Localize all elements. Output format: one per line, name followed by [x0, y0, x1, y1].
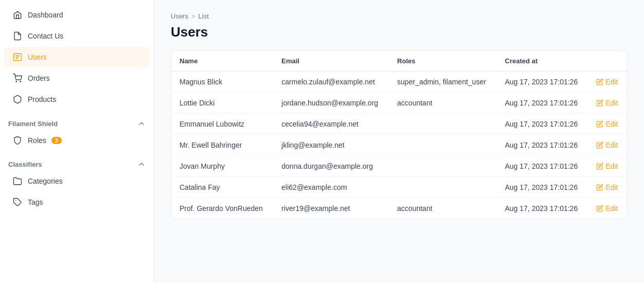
sidebar-item-label: Roles — [28, 136, 46, 145]
cell-roles: super_admin, filament_user — [389, 72, 496, 93]
table-row: Emmanuel Lubowitz cecelia94@example.net … — [171, 114, 627, 135]
edit-icon — [596, 120, 603, 128]
col-header-email: Email — [273, 51, 389, 72]
tag-icon — [12, 197, 23, 207]
cell-name: Lottie Dicki — [171, 93, 273, 114]
svg-point-1 — [16, 81, 17, 82]
edit-button[interactable]: Edit — [596, 162, 618, 170]
edit-button[interactable]: Edit — [596, 183, 618, 191]
cell-created-at: Aug 17, 2023 17:01:26 — [497, 135, 588, 156]
edit-button[interactable]: Edit — [596, 99, 618, 107]
edit-icon — [596, 99, 603, 107]
col-header-name: Name — [171, 51, 273, 72]
cell-roles — [389, 156, 496, 177]
col-header-action — [588, 51, 627, 72]
cell-action: Edit — [588, 156, 627, 177]
cell-name: Magnus Blick — [171, 72, 273, 93]
users-table-container: Name Email Roles Created at Magnus Blick… — [171, 50, 628, 219]
cell-created-at: Aug 17, 2023 17:01:26 — [497, 177, 588, 198]
edit-icon — [596, 78, 603, 85]
box-icon — [12, 94, 23, 104]
table-header-row: Name Email Roles Created at — [171, 51, 627, 72]
section-header-filament-shield[interactable]: Filament Shield — [0, 114, 154, 130]
cell-action: Edit — [588, 72, 627, 93]
table-row: Lottie Dicki jordane.hudson@example.org … — [171, 93, 627, 114]
col-header-roles: Roles — [389, 51, 496, 72]
sidebar-item-label: Orders — [28, 74, 50, 82]
users-table: Name Email Roles Created at Magnus Blick… — [171, 51, 627, 219]
home-icon — [12, 10, 23, 20]
edit-label: Edit — [605, 78, 618, 86]
sidebar-item-label: Categories — [28, 177, 63, 185]
sidebar-item-label: Users — [28, 53, 47, 61]
edit-button[interactable]: Edit — [596, 141, 618, 149]
cell-name: Mr. Ewell Bahringer — [171, 135, 273, 156]
sidebar-item-categories[interactable]: Categories — [4, 171, 150, 191]
breadcrumb-parent: Users — [171, 12, 188, 20]
cell-email: river19@example.net — [273, 198, 389, 219]
users-icon — [12, 52, 23, 62]
cell-action: Edit — [588, 177, 627, 198]
cell-roles: accountant — [389, 93, 496, 114]
breadcrumb-current: List — [199, 12, 209, 20]
svg-point-2 — [20, 81, 21, 82]
sidebar-item-roles[interactable]: Roles 3 — [4, 130, 150, 151]
cell-roles — [389, 135, 496, 156]
cell-roles: accountant — [389, 198, 496, 219]
cell-name: Jovan Murphy — [171, 156, 273, 177]
folder-icon — [12, 176, 23, 186]
cell-action: Edit — [588, 135, 627, 156]
cell-created-at: Aug 17, 2023 17:01:26 — [497, 156, 588, 177]
cell-created-at: Aug 17, 2023 17:01:26 — [497, 114, 588, 135]
section-header-classifiers[interactable]: Classifiers — [0, 155, 154, 170]
edit-label: Edit — [605, 141, 618, 149]
sidebar-item-label: Tags — [28, 198, 43, 206]
file-icon — [12, 31, 23, 41]
sidebar-item-tags[interactable]: Tags — [4, 192, 150, 213]
sidebar-item-users[interactable]: Users — [4, 47, 150, 67]
table-row: Catalina Fay eli62@example.com Aug 17, 2… — [171, 177, 627, 198]
cell-email: cecelia94@example.net — [273, 114, 389, 135]
cell-name: Emmanuel Lubowitz — [171, 114, 273, 135]
cell-email: jkling@example.net — [273, 135, 389, 156]
chevron-up-icon — [137, 160, 146, 168]
edit-label: Edit — [605, 120, 618, 128]
sidebar-item-products[interactable]: Products — [4, 89, 150, 110]
edit-button[interactable]: Edit — [596, 120, 618, 128]
cell-action: Edit — [588, 93, 627, 114]
cell-roles — [389, 114, 496, 135]
sidebar-item-label: Products — [28, 95, 56, 103]
sidebar-item-orders[interactable]: Orders — [4, 68, 150, 89]
edit-label: Edit — [605, 183, 618, 191]
sidebar-item-dashboard[interactable]: Dashboard — [4, 5, 150, 25]
cell-name: Catalina Fay — [171, 177, 273, 198]
sidebar-item-contact-us[interactable]: Contact Us — [4, 26, 150, 46]
table-row: Magnus Blick carmelo.zulauf@example.net … — [171, 72, 627, 93]
edit-button[interactable]: Edit — [596, 204, 618, 213]
cell-email: carmelo.zulauf@example.net — [273, 72, 389, 93]
edit-icon — [596, 142, 603, 149]
col-header-created-at: Created at — [497, 51, 588, 72]
cart-icon — [12, 73, 23, 83]
edit-icon — [596, 184, 603, 191]
edit-label: Edit — [605, 162, 618, 170]
section-filament-shield: Filament Shield Roles 3 — [0, 114, 154, 151]
cell-created-at: Aug 17, 2023 17:01:26 — [497, 93, 588, 114]
roles-badge: 3 — [51, 137, 62, 144]
shield-icon — [12, 135, 23, 146]
cell-email: jordane.hudson@example.org — [273, 93, 389, 114]
section-label: Filament Shield — [8, 120, 58, 128]
cell-name: Prof. Gerardo VonRueden — [171, 198, 273, 219]
edit-label: Edit — [605, 99, 618, 107]
table-row: Mr. Ewell Bahringer jkling@example.net A… — [171, 135, 627, 156]
section-label: Classifiers — [8, 161, 42, 168]
edit-label: Edit — [605, 204, 618, 213]
breadcrumb-separator: > — [191, 12, 195, 20]
table-row: Jovan Murphy donna.durgan@example.org Au… — [171, 156, 627, 177]
cell-created-at: Aug 17, 2023 17:01:26 — [497, 198, 588, 219]
edit-icon — [596, 205, 603, 212]
main-content: Users > List Users Name Email Roles Crea… — [154, 0, 644, 283]
section-classifiers: Classifiers Categories Tags — [0, 155, 154, 213]
edit-button[interactable]: Edit — [596, 78, 618, 86]
cell-action: Edit — [588, 198, 627, 219]
